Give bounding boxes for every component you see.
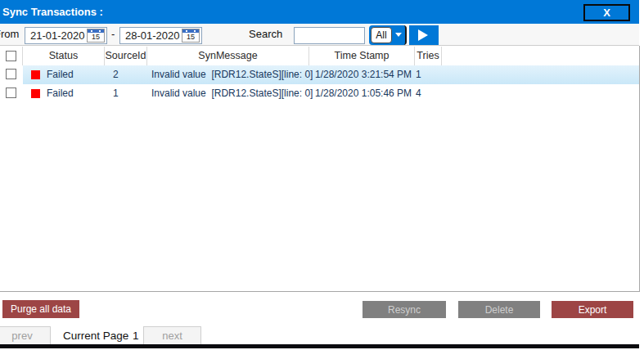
cell-source-id: 2 (113, 65, 119, 84)
date-to-picker[interactable]: 28-01-2020 15 (119, 27, 202, 44)
chevron-down-icon (395, 33, 402, 37)
cell-status: Failed (47, 84, 74, 103)
cell-status: Failed (47, 65, 74, 84)
delete-button[interactable]: Delete (458, 301, 540, 318)
date-range-separator: - (111, 24, 115, 45)
export-button[interactable]: Export (552, 301, 633, 318)
date-from-value: 21-01-2020 (30, 28, 85, 43)
cell-syn-message: Invalid value [RDR12.StateS][line: 0] (151, 65, 313, 84)
header-source-id[interactable]: SourceId (105, 47, 147, 65)
date-from-picker[interactable]: 21-01-2020 15 (25, 27, 107, 44)
header-status[interactable]: Status (23, 47, 105, 65)
calendar-icon[interactable]: 15 (87, 29, 105, 43)
resync-button[interactable]: Resync (363, 301, 446, 318)
purge-all-data-button[interactable]: Purge all data (2, 300, 79, 318)
cell-tries: 1 (416, 65, 421, 84)
filter-toolbar: From 21-01-2020 15 - 28-01-2020 15 Searc… (0, 24, 639, 46)
calendar-icon-day: 15 (182, 33, 199, 42)
header-select-all-cell (0, 47, 23, 65)
table-row[interactable]: Failed 1 Invalid value [RDR12.StateS][li… (0, 84, 639, 103)
next-page-button[interactable]: next (143, 326, 201, 345)
table-row[interactable]: Failed 2 Invalid value [RDR12.StateS][li… (0, 65, 639, 84)
date-to-value: 28-01-2020 (125, 28, 180, 43)
calendar-icon[interactable]: 15 (182, 29, 200, 43)
cell-time-stamp: 1/28/2020 1:05:46 PM (315, 84, 412, 103)
filter-dropdown-value: All (371, 27, 392, 43)
current-page-number: 1 (133, 326, 139, 345)
prev-page-button[interactable]: prev (0, 326, 51, 345)
cell-syn-message: Invalid value [RDR12.StateS][line: 0] (151, 84, 313, 103)
select-all-checkbox[interactable] (6, 51, 16, 61)
failed-status-icon (31, 89, 40, 98)
search-input[interactable] (294, 27, 365, 44)
search-label: Search (249, 24, 282, 45)
row-checkbox[interactable] (6, 88, 16, 98)
cell-time-stamp: 1/28/2020 3:21:54 PM (315, 65, 412, 84)
from-label: From (0, 24, 19, 45)
failed-status-icon (31, 70, 40, 79)
play-icon (418, 29, 428, 41)
close-button[interactable]: X (583, 4, 630, 21)
sync-transactions-window: Sync Transactions : X From 21-01-2020 15… (0, 0, 644, 350)
transactions-grid: Status SourceId SynMessage Time Stamp Tr… (0, 46, 640, 292)
cell-tries: 4 (416, 84, 421, 103)
header-syn-message[interactable]: SynMessage (147, 47, 309, 65)
current-page-label: Current Page (63, 326, 128, 345)
header-time-stamp[interactable]: Time Stamp (309, 47, 415, 65)
run-search-button[interactable] (409, 25, 439, 45)
row-checkbox[interactable] (6, 69, 16, 79)
grid-header-row: Status SourceId SynMessage Time Stamp Tr… (0, 47, 639, 65)
header-filler (442, 47, 639, 65)
title-bar: Sync Transactions : X (0, 0, 639, 24)
cell-source-id: 1 (113, 84, 119, 103)
window-bottom-edge (0, 344, 639, 348)
window-title: Sync Transactions : (2, 0, 103, 24)
filter-dropdown[interactable]: All (369, 25, 407, 45)
calendar-icon-day: 15 (88, 33, 104, 42)
header-tries[interactable]: Tries (415, 47, 442, 65)
